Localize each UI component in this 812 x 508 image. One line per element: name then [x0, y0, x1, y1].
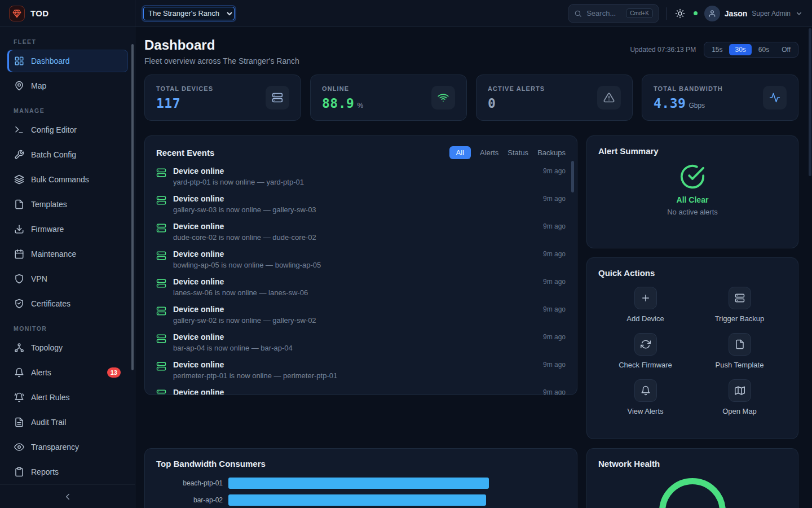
- event-row[interactable]: Device online gallery-sw-03 is now onlin…: [156, 190, 566, 218]
- event-row[interactable]: Device online 9m ago: [156, 384, 566, 395]
- event-title: Device online: [173, 166, 304, 176]
- sidebar-item-templates[interactable]: Templates: [7, 193, 128, 216]
- quick-action-open-map[interactable]: Open Map: [692, 379, 787, 415]
- quick-actions-title: Quick Actions: [598, 268, 787, 278]
- server-icon: [156, 223, 166, 233]
- quick-action-label: Push Template: [716, 361, 764, 369]
- sidebar-item-alert-rules[interactable]: Alert Rules: [7, 386, 128, 409]
- server-icon: [156, 168, 166, 178]
- theme-toggle-button[interactable]: [673, 7, 687, 20]
- sidebar-item-topology[interactable]: Topology: [7, 336, 128, 359]
- refresh-option-off[interactable]: Off: [776, 44, 796, 55]
- stat-card: TOTAL BANDWIDTH 4.39 Gbps: [642, 75, 798, 121]
- quick-action-view-alerts[interactable]: View Alerts: [598, 379, 692, 415]
- site-selector[interactable]: The Stranger's Ranch: [143, 7, 235, 20]
- sidebar-item-firmware[interactable]: Firmware: [7, 218, 128, 240]
- quick-action-check-firmware[interactable]: Check Firmware: [598, 333, 692, 369]
- alert-status: All Clear: [677, 195, 709, 204]
- sidebar-item-config-editor[interactable]: Config Editor: [7, 119, 128, 141]
- events-tab-alerts[interactable]: Alerts: [480, 148, 498, 157]
- search-box[interactable]: Cmd+K: [568, 4, 659, 23]
- event-time: 9m ago: [543, 304, 566, 313]
- layers-icon: [14, 174, 24, 185]
- event-detail: perimeter-ptp-01 is now online — perimet…: [173, 371, 337, 380]
- user-menu[interactable]: Jason Super Admin: [704, 6, 803, 21]
- event-detail: gallery-sw-03 is now online — gallery-sw…: [173, 205, 316, 214]
- refresh-option-15s[interactable]: 15s: [706, 44, 728, 55]
- event-row[interactable]: Device online yard-ptp-01 is now online …: [156, 163, 566, 190]
- bandwidth-bar: [228, 494, 486, 506]
- count-badge: 13: [107, 367, 121, 378]
- page-header: Dashboard Fleet overview across The Stra…: [144, 37, 798, 65]
- sidebar-scrollbar[interactable]: [131, 44, 134, 370]
- event-body: Device online perimeter-ptp-01 is now on…: [173, 360, 337, 380]
- nav-section-label: FLEET: [14, 38, 121, 45]
- event-detail: lanes-sw-06 is now online — lanes-sw-06: [173, 288, 308, 297]
- dashboard-content: Dashboard Fleet overview across The Stra…: [135, 27, 812, 508]
- sidebar-item-transparency[interactable]: Transparency: [7, 436, 128, 458]
- event-row[interactable]: Device online lanes-sw-06 is now online …: [156, 273, 566, 301]
- bandwidth-row: bar-ap-02: [156, 494, 566, 506]
- quick-action-trigger-backup[interactable]: Trigger Backup: [692, 287, 787, 323]
- refresh-option-60s[interactable]: 60s: [753, 44, 775, 55]
- event-row[interactable]: Device online bar-ap-04 is now online — …: [156, 329, 566, 356]
- sidebar-item-maintenance[interactable]: Maintenance: [7, 243, 128, 265]
- avatar: [704, 6, 720, 21]
- sidebar-item-vpn[interactable]: VPN: [7, 268, 128, 290]
- refresh-interval-control: 15s 30s 60s Off: [704, 42, 798, 58]
- sidebar-item-map[interactable]: Map: [7, 75, 128, 97]
- plus-icon: [634, 287, 657, 309]
- events-tab-status[interactable]: Status: [508, 148, 528, 157]
- sidebar-item-dashboard[interactable]: Dashboard: [7, 50, 128, 72]
- user-role: Super Admin: [752, 10, 791, 17]
- event-body: Device online yard-ptp-01 is now online …: [173, 166, 304, 187]
- event-time: 9m ago: [543, 194, 566, 203]
- event-row[interactable]: Device online perimeter-ptp-01 is now on…: [156, 356, 566, 384]
- event-detail: bar-ap-04 is now online — bar-ap-04: [173, 344, 293, 353]
- map-pin-icon: [14, 81, 24, 91]
- sidebar-item-reports[interactable]: Reports: [7, 461, 128, 483]
- bell-ring-icon: [14, 392, 24, 402]
- recent-events-card: Recent Events All Alerts Status Backups: [144, 135, 577, 395]
- search-input[interactable]: [586, 9, 621, 17]
- event-row[interactable]: Device online dude-core-02 is now online…: [156, 218, 566, 246]
- user-name: Jason: [725, 9, 747, 18]
- quick-action-label: Open Map: [722, 407, 757, 415]
- event-body: Device online: [173, 387, 224, 395]
- shield-icon: [14, 274, 24, 284]
- sidebar-collapse-button[interactable]: [0, 484, 135, 508]
- events-tab-all[interactable]: All: [449, 146, 471, 159]
- stat-info: TOTAL BANDWIDTH 4.39 Gbps: [654, 85, 723, 111]
- event-body: Device online lanes-sw-06 is now online …: [173, 277, 308, 297]
- event-row[interactable]: Device online bowling-ap-05 is now onlin…: [156, 246, 566, 273]
- quick-action-label: Trigger Backup: [715, 314, 765, 323]
- file-icon: [14, 199, 24, 209]
- sidebar-item-certificates[interactable]: Certificates: [7, 292, 128, 315]
- quick-actions-card: Quick Actions Add Device Trigger: [586, 257, 798, 439]
- event-title: Device online: [173, 277, 308, 287]
- stat-value: 117: [156, 96, 180, 111]
- sidebar-item-batch-config[interactable]: Batch Config: [7, 143, 128, 166]
- dashboard-grid: Recent Events All Alerts Status Backups: [144, 135, 798, 508]
- quick-action-push-template[interactable]: Push Template: [692, 333, 787, 369]
- divider: [666, 7, 667, 20]
- sidebar-item-alerts[interactable]: Alerts 13: [7, 361, 128, 384]
- events-scrollbar[interactable]: [571, 161, 574, 192]
- event-title: Device online: [173, 387, 224, 395]
- stat-value-row: 0: [488, 96, 545, 111]
- stat-label: ACTIVE ALERTS: [488, 85, 545, 92]
- events-tab-backups[interactable]: Backups: [537, 148, 566, 157]
- server-icon: [729, 287, 751, 309]
- refresh-option-30s[interactable]: 30s: [729, 44, 751, 55]
- search-shortcut-badge: Cmd+K: [626, 8, 653, 18]
- page-scrollbar[interactable]: [809, 28, 811, 176]
- sidebar-item-audit-trail[interactable]: Audit Trail: [7, 411, 128, 433]
- stat-card: ONLINE 88.9 %: [310, 75, 467, 121]
- bell-icon: [634, 379, 657, 402]
- stat-value-row: 4.39 Gbps: [654, 96, 723, 111]
- quick-action-label: Add Device: [626, 314, 664, 323]
- download-icon: [14, 224, 24, 234]
- quick-action-add-device[interactable]: Add Device: [598, 287, 692, 323]
- sidebar-item-bulk-commands[interactable]: Bulk Commands: [7, 168, 128, 191]
- event-row[interactable]: Device online gallery-sw-02 is now onlin…: [156, 301, 566, 329]
